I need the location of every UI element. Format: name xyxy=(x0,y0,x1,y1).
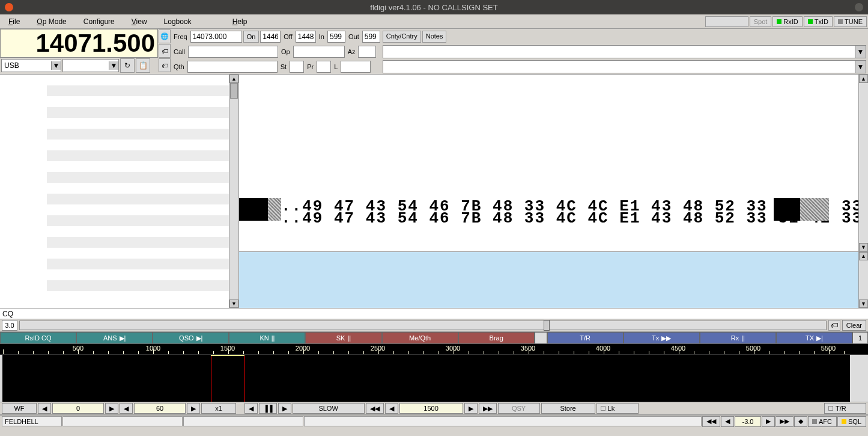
frequency-display[interactable]: 14071.500 xyxy=(0,29,158,58)
scrollbar[interactable]: ▲ ▼ xyxy=(229,75,238,308)
mode-select-usb[interactable]: USB▼ xyxy=(1,59,61,72)
combo-2[interactable]: ▼ xyxy=(383,60,866,73)
wf-val2[interactable]: 60 xyxy=(134,403,186,414)
clear-button[interactable]: Clear xyxy=(842,320,866,331)
prev-icon[interactable]: ◀ xyxy=(38,403,51,414)
slider-track[interactable] xyxy=(19,321,827,330)
cnty-button[interactable]: Cnty/Cntry xyxy=(383,31,421,43)
notes-button[interactable]: Notes xyxy=(422,31,447,43)
menu-logbook[interactable]: Logbook xyxy=(156,16,200,28)
scroll-up-icon[interactable]: ▲ xyxy=(859,252,868,260)
scroll-thumb[interactable] xyxy=(230,83,238,99)
az-input[interactable] xyxy=(358,46,376,58)
signal-list[interactable]: ▲ ▼ xyxy=(0,75,238,308)
spot-button[interactable]: Spot xyxy=(750,16,772,27)
menu-opmode[interactable]: Op Mode xyxy=(28,16,74,28)
macro-kn[interactable]: KN || xyxy=(229,332,305,344)
next-icon[interactable]: ▶ xyxy=(187,403,200,414)
next-icon[interactable]: ▶ xyxy=(105,403,118,414)
macro-tx[interactable]: Tx ▶▶ xyxy=(624,332,700,344)
close-icon[interactable] xyxy=(5,3,13,11)
blank-button[interactable] xyxy=(705,16,748,27)
afc-button[interactable]: AFC xyxy=(808,416,837,427)
waterfall[interactable] xyxy=(0,355,868,402)
tx-text-area[interactable]: ▲ ▼ xyxy=(239,251,868,308)
next-icon[interactable]: ▶ xyxy=(278,403,291,414)
scroll-down-icon[interactable]: ▼ xyxy=(859,243,868,251)
globe-icon[interactable]: 🌐 xyxy=(159,29,171,43)
call-input[interactable] xyxy=(188,46,278,58)
macro-sk[interactable]: SK || xyxy=(305,332,381,344)
macro-qso[interactable]: QSO ▶| xyxy=(153,332,229,344)
tune-button[interactable]: TUNE xyxy=(834,16,867,27)
diamond-icon[interactable]: ◆ xyxy=(794,416,807,427)
prev-icon[interactable]: ◀ xyxy=(721,416,734,427)
menu-file[interactable]: File xyxy=(0,16,28,28)
menu-view[interactable]: View xyxy=(123,16,156,28)
on-input[interactable] xyxy=(260,31,281,43)
combo-1[interactable]: ▼ xyxy=(383,45,866,58)
tag2-icon[interactable]: 🏷 xyxy=(159,58,171,72)
tag-icon[interactable]: 🏷 xyxy=(828,320,840,331)
qth-input[interactable] xyxy=(187,61,278,73)
pr-input[interactable] xyxy=(317,61,331,73)
macro-ans[interactable]: ANS ▶| xyxy=(76,332,153,344)
rxid-button[interactable]: RxID xyxy=(772,16,802,27)
scroll-down-icon[interactable]: ▼ xyxy=(229,299,238,308)
skip-back-icon[interactable]: ◀◀ xyxy=(702,416,720,427)
slider-value[interactable] xyxy=(2,320,17,331)
txid-button[interactable]: TxID xyxy=(804,16,833,27)
slider-thumb[interactable] xyxy=(544,320,550,331)
prev-icon[interactable]: ◀ xyxy=(385,403,398,414)
skip-fwd-icon[interactable]: ▶▶ xyxy=(775,416,794,427)
center-freq[interactable]: 1500 xyxy=(399,403,463,414)
speed-button[interactable]: SLOW xyxy=(293,403,365,414)
macro-blank[interactable] xyxy=(535,332,547,344)
macro-tx2[interactable]: TX ▶| xyxy=(776,332,852,344)
out-input[interactable] xyxy=(362,31,380,43)
macro-brag[interactable]: Brag xyxy=(458,332,535,344)
next-icon[interactable]: ▶ xyxy=(762,416,775,427)
op-input[interactable] xyxy=(293,46,345,58)
scroll-up-icon[interactable]: ▲ xyxy=(229,75,238,83)
menu-help[interactable]: Help xyxy=(224,16,256,28)
refresh-icon[interactable]: ↻ xyxy=(120,58,135,73)
minimize-icon[interactable] xyxy=(855,3,863,11)
ffwd-icon[interactable]: ▶▶ xyxy=(479,403,497,414)
prev-icon[interactable]: ◀ xyxy=(120,403,133,414)
pause-icon[interactable]: ▐▐ xyxy=(259,403,277,414)
wf-val1[interactable]: 0 xyxy=(52,403,104,414)
rewind-icon[interactable]: ◀◀ xyxy=(366,403,384,414)
scroll-up-icon[interactable]: ▲ xyxy=(859,75,868,83)
lk-button[interactable]: Lk xyxy=(596,403,639,414)
macro-rx[interactable]: Rx || xyxy=(700,332,776,344)
macro-tr[interactable]: T/R xyxy=(547,332,624,344)
in-input[interactable] xyxy=(327,31,345,43)
rx-scrollbar[interactable]: ▲ ▼ xyxy=(858,75,868,251)
copy-icon[interactable]: 📋 xyxy=(136,58,150,73)
macro-rsid-cq[interactable]: RsID CQ xyxy=(0,332,76,344)
tag-icon[interactable]: 🏷 xyxy=(159,44,171,58)
mode-select-2[interactable]: ▼ xyxy=(62,59,119,72)
scroll-down-icon[interactable]: ▼ xyxy=(859,299,868,308)
wf-marker[interactable] xyxy=(211,355,244,402)
status-val[interactable]: -3.0 xyxy=(735,416,761,427)
menu-configure[interactable]: Configure xyxy=(75,16,123,28)
qsy-button[interactable]: QSY xyxy=(498,403,540,414)
off-input[interactable] xyxy=(296,31,316,43)
tr-button[interactable]: T/R xyxy=(824,403,866,414)
l-input[interactable] xyxy=(341,61,371,73)
on-button[interactable]: On xyxy=(243,31,259,43)
macro-meqth[interactable]: Me/Qth xyxy=(382,332,458,344)
wf-button[interactable]: WF xyxy=(2,403,37,414)
prev-icon[interactable]: ◀ xyxy=(244,403,258,414)
zoom-button[interactable]: x1 xyxy=(201,403,236,414)
tx-scrollbar[interactable]: ▲ ▼ xyxy=(858,252,868,308)
sql-button[interactable]: SQL xyxy=(837,416,866,427)
next-icon[interactable]: ▶ xyxy=(464,403,478,414)
rx-text-area[interactable]: ..49 47 43 54 46 7B 48 33 4C 4C E1 43 48… xyxy=(239,75,868,251)
store-button[interactable]: Store xyxy=(541,403,595,414)
macro-num[interactable]: 1 xyxy=(852,332,868,344)
freq-input[interactable] xyxy=(190,31,242,43)
st-input[interactable] xyxy=(290,61,304,73)
